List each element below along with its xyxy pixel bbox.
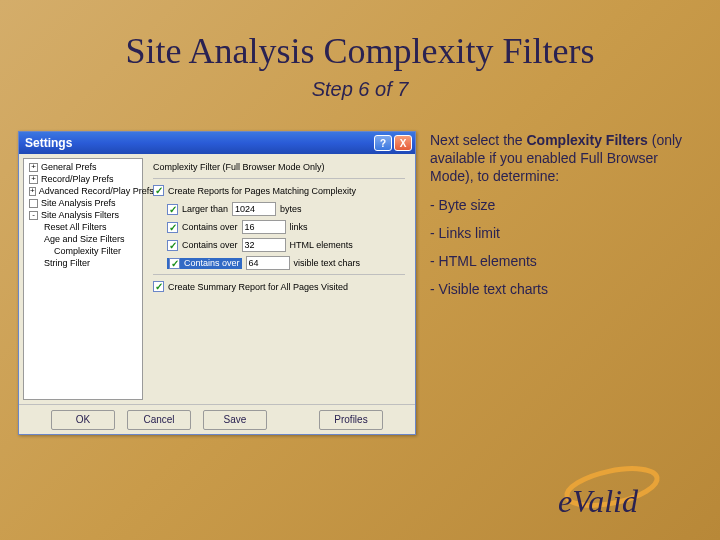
profiles-button[interactable]: Profiles: [319, 410, 383, 430]
expand-icon[interactable]: +: [29, 175, 38, 184]
filter-label: Contains over: [182, 222, 238, 232]
tree-label: Site Analysis Filters: [41, 210, 119, 220]
tree-label: String Filter: [44, 258, 90, 268]
tree-sub-complexity[interactable]: Complexity Filter: [26, 245, 140, 257]
tree-label: General Prefs: [41, 162, 97, 172]
create-summary-label: Create Summary Report for All Pages Visi…: [168, 282, 348, 292]
ok-button[interactable]: OK: [51, 410, 115, 430]
bytes-input[interactable]: 1024: [232, 202, 276, 216]
expand-icon[interactable]: [29, 199, 38, 208]
button-bar: OK Cancel Save Profiles: [19, 404, 415, 434]
checkbox-icon[interactable]: ✓: [153, 281, 164, 292]
tree-item-siteanalysis-prefs[interactable]: Site Analysis Prefs: [26, 197, 140, 209]
bullet-text: - Visible text charts: [430, 280, 702, 298]
bullet-byte: - Byte size: [430, 196, 702, 214]
slide-subtitle: Step 6 of 7: [0, 78, 720, 101]
filter-unit: visible text chars: [294, 258, 361, 268]
cancel-button[interactable]: Cancel: [127, 410, 191, 430]
filter-row-html[interactable]: ✓ Contains over 32 HTML elements: [167, 238, 405, 252]
titlebar: Settings ? X: [19, 132, 415, 154]
tree-sub-reset[interactable]: Reset All Filters: [26, 221, 140, 233]
panel-heading: Complexity Filter (Full Browser Mode Onl…: [153, 162, 405, 172]
checkbox-icon[interactable]: ✓: [167, 240, 178, 251]
filter-label: Contains over: [182, 240, 238, 250]
tree-item-recordplay[interactable]: +Record/Play Prefs: [26, 173, 140, 185]
tree-label: Complexity Filter: [54, 246, 121, 256]
slide-title: Site Analysis Complexity Filters: [0, 0, 720, 72]
expand-icon[interactable]: +: [29, 163, 38, 172]
bullet-html: - HTML elements: [430, 252, 702, 270]
links-input[interactable]: 16: [242, 220, 286, 234]
explanation-text: Next select the Complexity Filters (only…: [430, 131, 702, 435]
settings-window: Settings ? X +General Prefs +Record/Play…: [18, 131, 416, 435]
tree-label: Reset All Filters: [44, 222, 107, 232]
settings-panel: Complexity Filter (Full Browser Mode Onl…: [147, 158, 411, 400]
filter-label: Larger than: [182, 204, 228, 214]
create-reports-row[interactable]: ✓ Create Reports for Pages Matching Comp…: [153, 185, 405, 196]
textchars-input[interactable]: 64: [246, 256, 290, 270]
window-title: Settings: [25, 136, 374, 150]
tree-label: Site Analysis Prefs: [41, 198, 116, 208]
intro-bold: Complexity Filters: [527, 132, 648, 148]
tree-label: Age and Size Filters: [44, 234, 125, 244]
filter-label: Contains over: [184, 258, 240, 268]
tree-item-advanced[interactable]: +Advanced Record/Play Prefs: [26, 185, 140, 197]
divider: [153, 178, 405, 179]
collapse-icon[interactable]: -: [29, 211, 38, 220]
tree-panel: +General Prefs +Record/Play Prefs +Advan…: [23, 158, 143, 400]
filter-unit: links: [290, 222, 308, 232]
filter-row-bytes[interactable]: ✓ Larger than 1024 bytes: [167, 202, 405, 216]
logo-text: eValid: [558, 483, 639, 519]
create-reports-label: Create Reports for Pages Matching Comple…: [168, 186, 356, 196]
checkbox-icon[interactable]: ✓: [167, 222, 178, 233]
bullet-links: - Links limit: [430, 224, 702, 242]
filter-row-links[interactable]: ✓ Contains over 16 links: [167, 220, 405, 234]
save-button[interactable]: Save: [203, 410, 267, 430]
filter-row-textchars[interactable]: ✓ Contains over 64 visible text chars: [167, 256, 405, 270]
tree-label: Record/Play Prefs: [41, 174, 114, 184]
filter-unit: bytes: [280, 204, 302, 214]
tree-sub-agesize[interactable]: Age and Size Filters: [26, 233, 140, 245]
checkbox-icon[interactable]: ✓: [167, 204, 178, 215]
tree-item-general[interactable]: +General Prefs: [26, 161, 140, 173]
tree-item-siteanalysis-filters[interactable]: -Site Analysis Filters: [26, 209, 140, 221]
checkbox-icon[interactable]: ✓: [153, 185, 164, 196]
tree-sub-string[interactable]: String Filter: [26, 257, 140, 269]
divider: [153, 274, 405, 275]
create-summary-row[interactable]: ✓ Create Summary Report for All Pages Vi…: [153, 281, 405, 292]
filter-unit: HTML elements: [290, 240, 353, 250]
intro-text-a: Next select the: [430, 132, 527, 148]
expand-icon[interactable]: +: [29, 187, 36, 196]
help-button[interactable]: ?: [374, 135, 392, 151]
evalid-logo: eValid: [550, 460, 680, 526]
tree-label: Advanced Record/Play Prefs: [39, 186, 154, 196]
checkbox-icon[interactable]: ✓: [169, 258, 180, 269]
close-button[interactable]: X: [394, 135, 412, 151]
html-input[interactable]: 32: [242, 238, 286, 252]
